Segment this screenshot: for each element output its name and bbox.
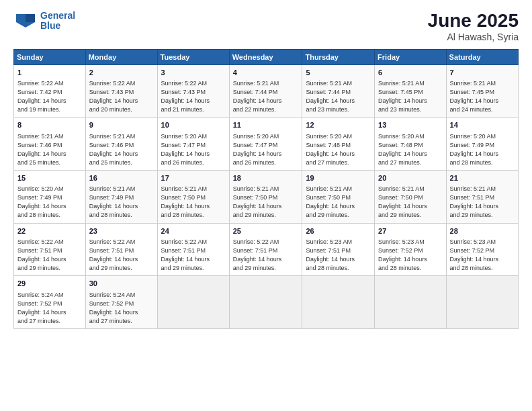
table-row: 9Sunrise: 5:21 AM Sunset: 7:46 PM Daylig… (85, 118, 157, 171)
col-sunday: Sunday (14, 49, 86, 64)
day-detail: Sunrise: 5:21 AM Sunset: 7:44 PM Dayligh… (233, 79, 299, 114)
day-number: 26 (306, 226, 371, 236)
header: General Blue June 2025 Al Hawash, Syria (13, 11, 519, 42)
day-detail: Sunrise: 5:22 AM Sunset: 7:43 PM Dayligh… (89, 79, 154, 114)
table-row: 23Sunrise: 5:22 AM Sunset: 7:51 PM Dayli… (85, 223, 157, 276)
day-detail: Sunrise: 5:20 AM Sunset: 7:49 PM Dayligh… (17, 185, 82, 220)
day-detail: Sunrise: 5:21 AM Sunset: 7:49 PM Dayligh… (89, 185, 154, 220)
day-number: 1 (17, 68, 82, 78)
table-row: 21Sunrise: 5:21 AM Sunset: 7:51 PM Dayli… (446, 170, 518, 223)
table-row: 24Sunrise: 5:22 AM Sunset: 7:51 PM Dayli… (157, 223, 229, 276)
day-detail: Sunrise: 5:21 AM Sunset: 7:46 PM Dayligh… (89, 132, 154, 167)
table-row: 30Sunrise: 5:24 AM Sunset: 7:52 PM Dayli… (85, 276, 157, 329)
table-row: 7Sunrise: 5:21 AM Sunset: 7:45 PM Daylig… (446, 64, 518, 118)
day-number: 12 (306, 120, 371, 130)
day-number: 19 (306, 173, 371, 183)
day-detail: Sunrise: 5:22 AM Sunset: 7:51 PM Dayligh… (89, 238, 154, 273)
day-detail: Sunrise: 5:21 AM Sunset: 7:51 PM Dayligh… (450, 185, 515, 220)
table-row: 20Sunrise: 5:21 AM Sunset: 7:50 PM Dayli… (375, 170, 446, 223)
day-number: 21 (450, 173, 515, 183)
table-row: 19Sunrise: 5:21 AM Sunset: 7:50 PM Dayli… (302, 170, 375, 223)
day-number: 28 (450, 226, 515, 236)
table-row: 3Sunrise: 5:22 AM Sunset: 7:43 PM Daylig… (157, 64, 229, 118)
day-number: 29 (17, 279, 82, 289)
day-number: 20 (378, 173, 442, 183)
calendar-week-row: 22Sunrise: 5:22 AM Sunset: 7:51 PM Dayli… (14, 223, 519, 276)
col-saturday: Saturday (446, 49, 518, 64)
day-detail: Sunrise: 5:24 AM Sunset: 7:52 PM Dayligh… (17, 291, 82, 326)
day-detail: Sunrise: 5:23 AM Sunset: 7:52 PM Dayligh… (450, 238, 515, 273)
day-number: 18 (233, 173, 299, 183)
title-block: June 2025 Al Hawash, Syria (428, 11, 519, 42)
table-row: 6Sunrise: 5:21 AM Sunset: 7:45 PM Daylig… (375, 64, 446, 118)
logo-blue: Blue (40, 20, 60, 31)
logo-general: General (40, 10, 75, 21)
day-number: 14 (450, 120, 515, 130)
day-detail: Sunrise: 5:22 AM Sunset: 7:51 PM Dayligh… (233, 238, 299, 273)
table-row: 5Sunrise: 5:21 AM Sunset: 7:44 PM Daylig… (302, 64, 375, 118)
day-detail: Sunrise: 5:22 AM Sunset: 7:43 PM Dayligh… (161, 79, 226, 114)
day-number: 30 (89, 279, 154, 289)
table-row: 18Sunrise: 5:21 AM Sunset: 7:50 PM Dayli… (229, 170, 302, 223)
table-row (157, 276, 229, 329)
table-row: 25Sunrise: 5:22 AM Sunset: 7:51 PM Dayli… (229, 223, 302, 276)
day-detail: Sunrise: 5:21 AM Sunset: 7:50 PM Dayligh… (233, 185, 299, 220)
table-row: 22Sunrise: 5:22 AM Sunset: 7:51 PM Dayli… (14, 223, 86, 276)
calendar-week-row: 29Sunrise: 5:24 AM Sunset: 7:52 PM Dayli… (14, 276, 519, 329)
day-detail: Sunrise: 5:22 AM Sunset: 7:42 PM Dayligh… (17, 79, 82, 114)
col-tuesday: Tuesday (157, 49, 229, 64)
table-row: 2Sunrise: 5:22 AM Sunset: 7:43 PM Daylig… (85, 64, 157, 118)
day-number: 4 (233, 68, 299, 78)
table-row: 29Sunrise: 5:24 AM Sunset: 7:52 PM Dayli… (14, 276, 86, 329)
calendar-week-row: 15Sunrise: 5:20 AM Sunset: 7:49 PM Dayli… (14, 170, 519, 223)
day-detail: Sunrise: 5:21 AM Sunset: 7:50 PM Dayligh… (378, 185, 442, 220)
day-number: 3 (161, 68, 226, 78)
day-number: 8 (17, 120, 82, 130)
day-number: 7 (450, 68, 515, 78)
table-row: 17Sunrise: 5:21 AM Sunset: 7:50 PM Dayli… (157, 170, 229, 223)
day-detail: Sunrise: 5:23 AM Sunset: 7:52 PM Dayligh… (378, 238, 442, 273)
day-detail: Sunrise: 5:22 AM Sunset: 7:51 PM Dayligh… (161, 238, 226, 273)
day-number: 13 (378, 120, 442, 130)
calendar-week-row: 8Sunrise: 5:21 AM Sunset: 7:46 PM Daylig… (14, 118, 519, 171)
logo-icon (13, 11, 38, 30)
table-row: 14Sunrise: 5:20 AM Sunset: 7:49 PM Dayli… (446, 118, 518, 171)
day-detail: Sunrise: 5:20 AM Sunset: 7:48 PM Dayligh… (378, 132, 442, 167)
col-monday: Monday (85, 49, 157, 64)
table-row (375, 276, 446, 329)
day-detail: Sunrise: 5:21 AM Sunset: 7:46 PM Dayligh… (17, 132, 82, 167)
table-row: 11Sunrise: 5:20 AM Sunset: 7:47 PM Dayli… (229, 118, 302, 171)
day-detail: Sunrise: 5:21 AM Sunset: 7:50 PM Dayligh… (161, 185, 226, 220)
day-number: 25 (233, 226, 299, 236)
table-row: 27Sunrise: 5:23 AM Sunset: 7:52 PM Dayli… (375, 223, 446, 276)
svg-marker-2 (26, 14, 35, 22)
table-row: 28Sunrise: 5:23 AM Sunset: 7:52 PM Dayli… (446, 223, 518, 276)
page: General Blue June 2025 Al Hawash, Syria … (0, 0, 532, 411)
day-number: 24 (161, 226, 226, 236)
day-number: 10 (161, 120, 226, 130)
table-row: 13Sunrise: 5:20 AM Sunset: 7:48 PM Dayli… (375, 118, 446, 171)
day-detail: Sunrise: 5:22 AM Sunset: 7:51 PM Dayligh… (17, 238, 82, 273)
day-detail: Sunrise: 5:21 AM Sunset: 7:44 PM Dayligh… (306, 79, 371, 114)
table-row: 12Sunrise: 5:20 AM Sunset: 7:48 PM Dayli… (302, 118, 375, 171)
day-detail: Sunrise: 5:20 AM Sunset: 7:47 PM Dayligh… (233, 132, 299, 167)
col-thursday: Thursday (302, 49, 375, 64)
day-number: 2 (89, 68, 154, 78)
logo: General Blue (13, 11, 75, 32)
table-row: 26Sunrise: 5:23 AM Sunset: 7:51 PM Dayli… (302, 223, 375, 276)
day-detail: Sunrise: 5:21 AM Sunset: 7:45 PM Dayligh… (378, 79, 442, 114)
day-number: 17 (161, 173, 226, 183)
day-detail: Sunrise: 5:20 AM Sunset: 7:47 PM Dayligh… (161, 132, 226, 167)
calendar-table: Sunday Monday Tuesday Wednesday Thursday… (13, 49, 519, 329)
day-number: 27 (378, 226, 442, 236)
location: Al Hawash, Syria (428, 32, 519, 42)
day-number: 11 (233, 120, 299, 130)
day-detail: Sunrise: 5:23 AM Sunset: 7:51 PM Dayligh… (306, 238, 371, 273)
table-row: 16Sunrise: 5:21 AM Sunset: 7:49 PM Dayli… (85, 170, 157, 223)
table-row: 4Sunrise: 5:21 AM Sunset: 7:44 PM Daylig… (229, 64, 302, 118)
day-detail: Sunrise: 5:21 AM Sunset: 7:50 PM Dayligh… (306, 185, 371, 220)
table-row (302, 276, 375, 329)
day-number: 15 (17, 173, 82, 183)
day-number: 9 (89, 120, 154, 130)
calendar-header-row: Sunday Monday Tuesday Wednesday Thursday… (14, 49, 519, 64)
